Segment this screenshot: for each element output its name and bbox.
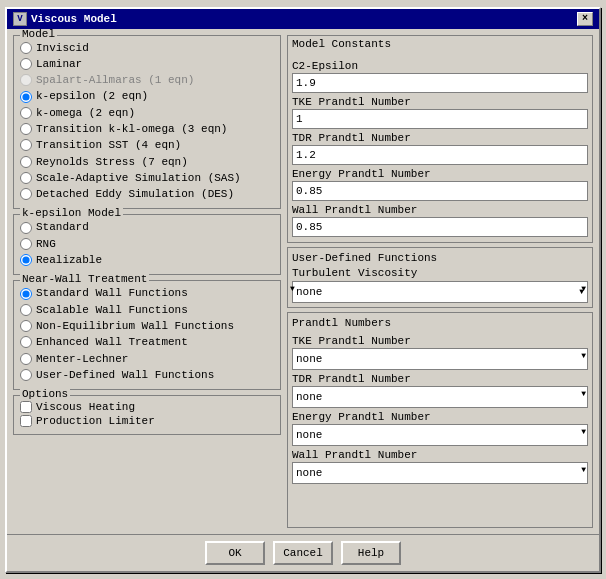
checkbox-production-limiter-label[interactable]: Production Limiter <box>36 415 155 427</box>
prandtl-tdr-label: TDR Prandtl Number <box>292 373 588 385</box>
prandtl-scroll[interactable]: TKE Prandtl Number none TDR Prandtl Numb… <box>292 332 588 523</box>
mc-label-tdr: TDR Prandtl Number <box>292 132 588 144</box>
title-bar: V Viscous Model × <box>7 9 599 29</box>
prandtl-energy-select[interactable]: none <box>292 424 588 446</box>
radio-reynolds-input[interactable] <box>20 156 32 168</box>
radio-trans-sst[interactable]: Transition SST (4 eqn) <box>20 137 274 153</box>
radio-laminar-input[interactable] <box>20 58 32 70</box>
radio-scalable-input[interactable] <box>20 304 32 316</box>
ok-button[interactable]: OK <box>205 541 265 565</box>
radio-inviscid[interactable]: Inviscid <box>20 40 274 56</box>
prandtl-tdr-select[interactable]: none <box>292 386 588 408</box>
mc-input-tdr[interactable] <box>292 145 588 165</box>
radio-trans-kklomega-label[interactable]: Transition k-kl-omega (3 eqn) <box>36 122 227 136</box>
radio-inviscid-label[interactable]: Inviscid <box>36 41 89 55</box>
radio-sas-label[interactable]: Scale-Adaptive Simulation (SAS) <box>36 171 241 185</box>
checkbox-viscous-heating[interactable]: Viscous Heating <box>20 400 274 414</box>
radio-keps[interactable]: k-epsilon (2 eqn) <box>20 88 274 104</box>
radio-komega[interactable]: k-omega (2 eqn) <box>20 105 274 121</box>
radio-menter[interactable]: Menter-Lechner <box>20 351 274 367</box>
radio-laminar[interactable]: Laminar <box>20 56 274 72</box>
radio-trans-kklomega[interactable]: Transition k-kl-omega (3 eqn) <box>20 121 274 137</box>
radio-reynolds-label[interactable]: Reynolds Stress (7 eqn) <box>36 155 188 169</box>
radio-non-eq[interactable]: Non-Equilibrium Wall Functions <box>20 318 274 334</box>
radio-non-eq-input[interactable] <box>20 320 32 332</box>
prandtl-tke-field: TKE Prandtl Number none <box>292 335 588 370</box>
radio-des[interactable]: Detached Eddy Simulation (DES) <box>20 186 274 202</box>
window-icon: V <box>13 12 27 26</box>
radio-user-def-wall-input[interactable] <box>20 369 32 381</box>
checkbox-production-limiter[interactable]: Production Limiter <box>20 414 274 428</box>
radio-enhanced-label[interactable]: Enhanced Wall Treatment <box>36 335 188 349</box>
radio-realizable[interactable]: Realizable <box>20 252 274 268</box>
keps-group-label: k-epsilon Model <box>20 207 123 219</box>
radio-standard-label[interactable]: Standard <box>36 220 89 234</box>
radio-menter-input[interactable] <box>20 353 32 365</box>
prandtl-tdr-wrapper: none <box>292 386 588 408</box>
options-group-label: Options <box>20 388 70 400</box>
radio-des-input[interactable] <box>20 188 32 200</box>
radio-keps-label[interactable]: k-epsilon (2 eqn) <box>36 89 148 103</box>
radio-scalable[interactable]: Scalable Wall Functions <box>20 302 274 318</box>
radio-sas[interactable]: Scale-Adaptive Simulation (SAS) <box>20 170 274 186</box>
prandtl-tdr-field: TDR Prandtl Number none <box>292 373 588 408</box>
radio-enhanced-input[interactable] <box>20 336 32 348</box>
radio-rng-input[interactable] <box>20 238 32 250</box>
radio-komega-label[interactable]: k-omega (2 eqn) <box>36 106 135 120</box>
near-wall-group-label: Near-Wall Treatment <box>20 273 149 285</box>
radio-std-wall-input[interactable] <box>20 288 32 300</box>
close-button[interactable]: × <box>577 12 593 26</box>
checkbox-production-limiter-input[interactable] <box>20 415 32 427</box>
prandtl-wall-field: Wall Prandtl Number none <box>292 449 588 484</box>
radio-spalart[interactable]: Spalart-Allmaras (1 eqn) <box>20 72 274 88</box>
radio-rng[interactable]: RNG <box>20 236 274 252</box>
radio-spalart-input <box>20 74 32 86</box>
radio-std-wall[interactable]: Standard Wall Functions <box>20 285 274 301</box>
prandtl-energy-label: Energy Prandtl Number <box>292 411 588 423</box>
radio-std-wall-label[interactable]: Standard Wall Functions <box>36 286 188 300</box>
radio-keps-input[interactable] <box>20 91 32 103</box>
radio-user-def-wall[interactable]: User-Defined Wall Functions <box>20 367 274 383</box>
mc-label-c2: C2-Epsilon <box>292 60 588 72</box>
radio-trans-sst-input[interactable] <box>20 139 32 151</box>
prandtl-wall-wrapper: none <box>292 462 588 484</box>
radio-standard[interactable]: Standard <box>20 219 274 235</box>
cancel-button[interactable]: Cancel <box>273 541 333 565</box>
prandtl-wall-select[interactable]: none <box>292 462 588 484</box>
model-group: Model Inviscid Laminar Spalart-Allmaras … <box>13 35 281 210</box>
radio-realizable-input[interactable] <box>20 254 32 266</box>
checkbox-viscous-heating-input[interactable] <box>20 401 32 413</box>
udf-tv-label: Turbulent Viscosity <box>292 267 588 279</box>
radio-non-eq-label[interactable]: Non-Equilibrium Wall Functions <box>36 319 234 333</box>
prandtl-tke-select[interactable]: none <box>292 348 588 370</box>
radio-menter-label[interactable]: Menter-Lechner <box>36 352 128 366</box>
radio-komega-input[interactable] <box>20 107 32 119</box>
udf-tv-wrapper: none ▼ <box>292 281 588 303</box>
mc-input-c2[interactable] <box>292 73 588 93</box>
radio-scalable-label[interactable]: Scalable Wall Functions <box>36 303 188 317</box>
radio-spalart-label: Spalart-Allmaras (1 eqn) <box>36 73 194 87</box>
radio-enhanced[interactable]: Enhanced Wall Treatment <box>20 334 274 350</box>
mc-label-wall: Wall Prandtl Number <box>292 204 588 216</box>
radio-trans-sst-label[interactable]: Transition SST (4 eqn) <box>36 138 181 152</box>
model-constants-scroll[interactable]: C2-Epsilon TKE Prandtl Number TDR Prandt… <box>288 53 592 242</box>
mc-input-energy[interactable] <box>292 181 588 201</box>
radio-trans-kklomega-input[interactable] <box>20 123 32 135</box>
radio-rng-label[interactable]: RNG <box>36 237 56 251</box>
radio-inviscid-input[interactable] <box>20 42 32 54</box>
mc-input-tke[interactable] <box>292 109 588 129</box>
radio-standard-input[interactable] <box>20 222 32 234</box>
model-constants-header: Model Constants <box>288 36 592 53</box>
radio-des-label[interactable]: Detached Eddy Simulation (DES) <box>36 187 234 201</box>
radio-user-def-wall-label[interactable]: User-Defined Wall Functions <box>36 368 214 382</box>
mc-input-wall[interactable] <box>292 217 588 237</box>
help-button[interactable]: Help <box>341 541 401 565</box>
radio-laminar-label[interactable]: Laminar <box>36 57 82 71</box>
radio-reynolds[interactable]: Reynolds Stress (7 eqn) <box>20 154 274 170</box>
checkbox-viscous-heating-label[interactable]: Viscous Heating <box>36 401 135 413</box>
right-panel: Model Constants C2-Epsilon TKE Prandtl N… <box>287 35 593 528</box>
udf-tv-select[interactable]: none <box>292 281 588 303</box>
radio-realizable-label[interactable]: Realizable <box>36 253 102 267</box>
radio-sas-input[interactable] <box>20 172 32 184</box>
mc-label-energy: Energy Prandtl Number <box>292 168 588 180</box>
